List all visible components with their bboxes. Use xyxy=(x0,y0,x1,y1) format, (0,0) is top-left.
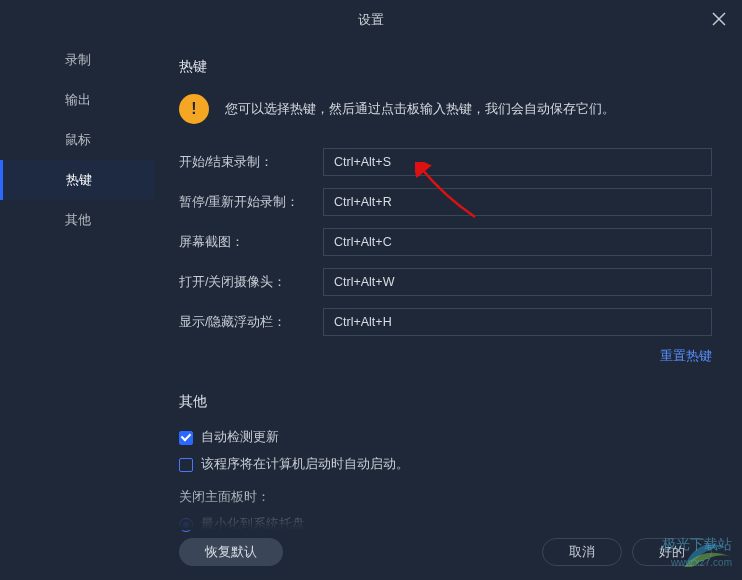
checkbox-icon xyxy=(179,431,193,445)
hotkey-label: 开始/结束录制： xyxy=(179,154,309,171)
close-icon xyxy=(712,12,726,26)
sidebar-item-hotkeys[interactable]: 热键 xyxy=(0,160,155,200)
checkbox-autostart[interactable]: 该程序将在计算机启动时自动启动。 xyxy=(179,456,712,473)
section-title-hotkeys: 热键 xyxy=(179,58,712,76)
checkbox-label: 该程序将在计算机启动时自动启动。 xyxy=(201,456,409,473)
window-title: 设置 xyxy=(358,11,384,29)
reset-hotkeys-row: 重置热键 xyxy=(179,348,712,365)
reset-hotkeys-link[interactable]: 重置热键 xyxy=(660,349,712,363)
checkbox-auto-update[interactable]: 自动检测更新 xyxy=(179,429,712,446)
footer: 恢复默认 取消 好的 xyxy=(155,538,742,566)
restore-default-button[interactable]: 恢复默认 xyxy=(179,538,283,566)
cancel-button[interactable]: 取消 xyxy=(542,538,622,566)
content-panel: 热键 ! 您可以选择热键，然后通过点击板输入热键，我们会自动保存它们。 开始/结… xyxy=(155,40,742,580)
radio-icon xyxy=(179,518,193,532)
sidebar: 录制 输出 鼠标 热键 其他 xyxy=(0,40,155,580)
ok-button[interactable]: 好的 xyxy=(632,538,712,566)
warning-icon: ! xyxy=(179,94,209,124)
titlebar: 设置 xyxy=(0,0,742,40)
sidebar-item-mouse[interactable]: 鼠标 xyxy=(0,120,155,160)
section-title-other: 其他 xyxy=(179,393,712,411)
hotkey-input-camera[interactable] xyxy=(323,268,712,296)
hotkey-label: 暂停/重新开始录制： xyxy=(179,194,309,211)
sidebar-item-other[interactable]: 其他 xyxy=(0,200,155,240)
hotkey-label: 屏幕截图： xyxy=(179,234,309,251)
info-banner: ! 您可以选择热键，然后通过点击板输入热键，我们会自动保存它们。 xyxy=(179,94,712,124)
hotkey-label: 显示/隐藏浮动栏： xyxy=(179,314,309,331)
radio-label: 最小化到系统托盘 xyxy=(201,516,305,533)
radio-minimize-tray[interactable]: 最小化到系统托盘 xyxy=(179,516,712,533)
checkbox-icon xyxy=(179,458,193,472)
hotkey-input-start-stop[interactable] xyxy=(323,148,712,176)
info-text: 您可以选择热键，然后通过点击板输入热键，我们会自动保存它们。 xyxy=(225,101,615,118)
hotkey-label: 打开/关闭摄像头： xyxy=(179,274,309,291)
checkbox-label: 自动检测更新 xyxy=(201,429,279,446)
sidebar-item-output[interactable]: 输出 xyxy=(0,80,155,120)
sidebar-item-record[interactable]: 录制 xyxy=(0,40,155,80)
close-panel-label: 关闭主面板时： xyxy=(179,489,712,506)
hotkey-grid: 开始/结束录制： 暂停/重新开始录制： 屏幕截图： 打开/关闭摄像头： 显示/隐… xyxy=(179,148,712,336)
hotkey-input-screenshot[interactable] xyxy=(323,228,712,256)
hotkey-input-floatbar[interactable] xyxy=(323,308,712,336)
close-button[interactable] xyxy=(708,8,730,30)
hotkey-input-pause-resume[interactable] xyxy=(323,188,712,216)
